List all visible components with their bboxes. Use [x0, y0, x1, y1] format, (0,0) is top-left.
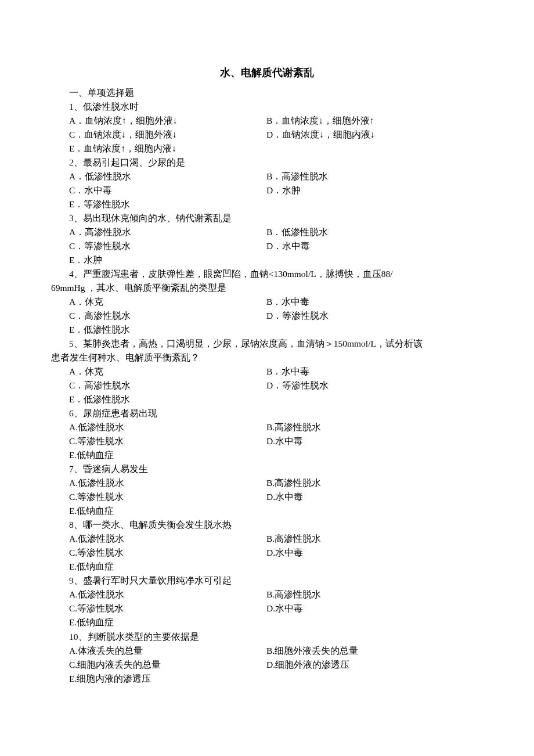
option: D.水中毒	[266, 546, 483, 560]
option: B.细胞外液丢失的总量	[266, 644, 483, 658]
option-row: E.低钠血症	[51, 615, 483, 629]
option: C.细胞内液丢失的总量	[69, 658, 266, 672]
option: B.高渗性脱水	[266, 532, 483, 546]
question-stem: 2、最易引起口渴、少尿的是	[51, 156, 483, 170]
option: C.等渗性脱水	[69, 546, 266, 560]
option: D.细胞外液的渗透压	[266, 658, 483, 672]
option-row: C．等渗性脱水D．水中毒	[51, 239, 483, 253]
option: A.体液丢失的总量	[69, 644, 266, 658]
option-row: A.低渗性脱水B.高渗性脱水	[51, 532, 483, 546]
question-list: 1、低渗性脱水时A．血钠浓度↑，细胞外液↓B．血钠浓度↓，细胞外液↑C．血钠浓度…	[51, 100, 483, 686]
option-row: C.细胞内液丢失的总量D.细胞外液的渗透压	[51, 658, 483, 672]
option: C.等渗性脱水	[69, 490, 266, 504]
option-row: A.体液丢失的总量B.细胞外液丢失的总量	[51, 644, 483, 658]
option: B．高渗性脱水	[266, 170, 483, 183]
option-row: A．血钠浓度↑，细胞外液↓B．血钠浓度↓，细胞外液↑	[51, 114, 483, 128]
option-row: C．血钠浓度↓，细胞外液↓D．血钠浓度↓，细胞内液↓	[51, 128, 483, 142]
option: E.低钠血症	[69, 504, 266, 518]
option: D.水中毒	[266, 434, 483, 448]
option: C．高渗性脱水	[69, 309, 266, 323]
option-row: A．低渗性脱水B．高渗性脱水	[51, 170, 483, 183]
option-row: C．高渗性脱水D．等渗性脱水	[51, 309, 483, 323]
option: B．水中毒	[266, 295, 483, 309]
question-stem: 6、尿崩症患者易出现	[51, 406, 483, 420]
option: A．休克	[69, 295, 266, 309]
option: C．水中毒	[69, 183, 266, 197]
option: C．高渗性脱水	[69, 379, 266, 393]
option: D.水中毒	[266, 602, 483, 615]
option: E．低渗性脱水	[69, 393, 266, 406]
option: E.低钠血症	[69, 448, 266, 462]
option-row: E.低钠血症	[51, 448, 483, 462]
option: D.水中毒	[266, 490, 483, 504]
question-stem: 5、某肺炎患者，高热，口渴明显，少尿，尿钠浓度高，血清钠＞150mmol/L，试…	[51, 337, 483, 351]
question-stem: 1、低渗性脱水时	[51, 100, 483, 114]
option: D．等渗性脱水	[266, 379, 483, 393]
option-row: C．高渗性脱水D．等渗性脱水	[51, 379, 483, 393]
option: B．血钠浓度↓，细胞外液↑	[266, 114, 483, 128]
option-row: A．休克B．水中毒	[51, 365, 483, 379]
option-row: E．低渗性脱水	[51, 323, 483, 337]
option-row: E.低钠血症	[51, 560, 483, 574]
question-stem: 7、昏迷病人易发生	[51, 462, 483, 476]
option: B．水中毒	[266, 365, 483, 379]
question-stem: 8、哪一类水、电解质失衡会发生脱水热	[51, 518, 483, 532]
question-stem-cont: 69mmHg ，其水、电解质平衡紊乱的类型是	[51, 281, 483, 295]
option: C．等渗性脱水	[69, 239, 266, 253]
option: A.低渗性脱水	[69, 420, 266, 434]
question-stem: 10、判断脱水类型的主要依据是	[51, 630, 483, 644]
option: A.低渗性脱水	[69, 588, 266, 602]
document-title: 水、电解质代谢紊乱	[51, 65, 483, 81]
question-stem: 3、易出现休克倾向的水、钠代谢紊乱是	[51, 211, 483, 225]
option: A.低渗性脱水	[69, 476, 266, 490]
option: A．低渗性脱水	[69, 170, 266, 183]
option: E．等渗性脱水	[69, 197, 266, 211]
option-row: E．水肿	[51, 253, 483, 267]
option: D．水肿	[266, 183, 483, 197]
option: B.高渗性脱水	[266, 588, 483, 602]
option: E．血钠浓度↑，细胞内液↓	[69, 142, 266, 156]
option: E.低钠血症	[69, 615, 266, 629]
section-heading: 一、单项选择题	[51, 86, 483, 100]
option-row: C．水中毒D．水肿	[51, 183, 483, 197]
option: B.高渗性脱水	[266, 420, 483, 434]
option-row: C.等渗性脱水D.水中毒	[51, 546, 483, 560]
option-row: A.低渗性脱水B.高渗性脱水	[51, 476, 483, 490]
option: D．血钠浓度↓，细胞内液↓	[266, 128, 483, 142]
option: A．休克	[69, 365, 266, 379]
option: A．高渗性脱水	[69, 225, 266, 239]
question-stem-cont: 患者发生何种水、电解质平衡紊乱？	[51, 351, 483, 365]
option: D．等渗性脱水	[266, 309, 483, 323]
option: A.低渗性脱水	[69, 532, 266, 546]
option: C．血钠浓度↓，细胞外液↓	[69, 128, 266, 142]
option: C.等渗性脱水	[69, 602, 266, 615]
option: D．水中毒	[266, 239, 483, 253]
option-row: C.等渗性脱水D.水中毒	[51, 434, 483, 448]
question-stem: 4、严重腹泻患者，皮肤弹性差，眼窝凹陷，血钠<130mmol/L，脉搏快，血压8…	[51, 267, 483, 281]
option-row: E．等渗性脱水	[51, 197, 483, 211]
option: B．低渗性脱水	[266, 225, 483, 239]
option-row: A．休克B．水中毒	[51, 295, 483, 309]
option: C.等渗性脱水	[69, 434, 266, 448]
option-row: A．高渗性脱水B．低渗性脱水	[51, 225, 483, 239]
option: E．低渗性脱水	[69, 323, 266, 337]
document-page: 水、电解质代谢紊乱 一、单项选择题 1、低渗性脱水时A．血钠浓度↑，细胞外液↓B…	[0, 0, 534, 756]
option: E.低钠血症	[69, 560, 266, 574]
option: B.高渗性脱水	[266, 476, 483, 490]
option-row: C.等渗性脱水D.水中毒	[51, 490, 483, 504]
question-stem: 9、盛暑行军时只大量饮用纯净水可引起	[51, 574, 483, 588]
option: E.细胞内液的渗透压	[69, 672, 266, 686]
option-row: A.低渗性脱水B.高渗性脱水	[51, 588, 483, 602]
option-row: C.等渗性脱水D.水中毒	[51, 602, 483, 615]
option: E．水肿	[69, 253, 266, 267]
option-row: A.低渗性脱水B.高渗性脱水	[51, 420, 483, 434]
option: A．血钠浓度↑，细胞外液↓	[69, 114, 266, 128]
option-row: E.细胞内液的渗透压	[51, 672, 483, 686]
option-row: E．低渗性脱水	[51, 393, 483, 406]
option-row: E．血钠浓度↑，细胞内液↓	[51, 142, 483, 156]
option-row: E.低钠血症	[51, 504, 483, 518]
